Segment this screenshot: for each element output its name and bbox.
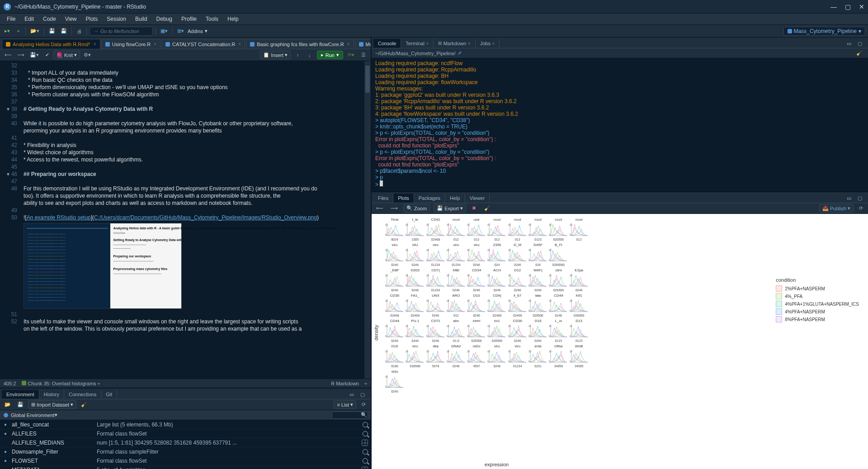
tab-history[interactable]: History <box>39 390 64 399</box>
env-row[interactable]: ●Downsample_FilterFormal class sampleFil… <box>0 447 371 456</box>
goto-file-function-input[interactable]: →Go to file/function <box>90 27 153 36</box>
plot-prev-button[interactable]: ⟵ <box>374 204 385 213</box>
addins-menu[interactable]: Addins ▾ <box>188 28 208 34</box>
close-tab-icon[interactable]: × <box>466 41 470 46</box>
env-row[interactable]: ALLFILES_MEDIANSnum [1:5, 1:61] 304295 5… <box>0 438 371 447</box>
menu-code[interactable]: Code <box>39 14 60 24</box>
clear-workspace-button[interactable]: 🧹 <box>79 400 89 409</box>
inspect-icon[interactable] <box>363 431 368 436</box>
import-dataset-button[interactable]: ⊞ Import Dataset ▾ <box>28 400 76 409</box>
tab-environment[interactable]: Environment <box>2 390 39 399</box>
list-mode-button[interactable]: ≡ List ▾ <box>334 400 356 409</box>
tab-connections[interactable]: Connections <box>64 390 101 399</box>
new-project-button[interactable]: ＋ <box>14 27 23 36</box>
chunk-up-button[interactable]: ↑ <box>293 51 302 60</box>
close-button[interactable]: ✕ <box>859 3 864 10</box>
close-tab-icon[interactable]: × <box>94 42 96 47</box>
outline-button[interactable]: ☰ <box>359 51 368 60</box>
plots-minimize-button[interactable]: ▭ <box>844 194 854 203</box>
refresh-env-button[interactable]: ⟳ <box>359 400 368 409</box>
minimize-button[interactable]: — <box>830 3 837 10</box>
tab-viewer[interactable]: Viewer <box>465 194 490 203</box>
expand-icon[interactable]: ● <box>3 467 8 469</box>
editor-tab[interactable]: CATALYST Concatenation.R× <box>161 39 245 49</box>
remove-plot-button[interactable]: ✖ <box>470 204 479 213</box>
print-button[interactable]: 🖨 <box>75 27 84 36</box>
clear-plots-button[interactable]: 🧹 <box>482 204 492 213</box>
console-body[interactable]: Loading required package: ncdfFlowLoadin… <box>372 58 868 191</box>
editor-tab[interactable]: Using flowCore.R× <box>101 39 160 49</box>
zoom-button[interactable]: 🔍 Zoom <box>403 204 430 213</box>
chunk-down-button[interactable]: ↓ <box>305 51 314 60</box>
publish-button[interactable]: 📤 Publish ▾ <box>819 204 854 213</box>
chunk-run-button[interactable]: ⟳▾ <box>346 51 356 60</box>
env-row[interactable]: ●METADATA5 obs. of 4 variables <box>0 465 371 469</box>
env-row[interactable]: ●FLOWSETFormal class flowSet <box>0 456 371 465</box>
expand-icon[interactable]: ● <box>3 458 8 463</box>
doc-mode[interactable]: R Markdown <box>331 381 359 386</box>
maximize-button[interactable]: ▢ <box>845 3 851 10</box>
refresh-plots-button[interactable]: ⟳ <box>856 204 865 213</box>
menu-edit[interactable]: Edit <box>20 14 38 24</box>
menu-build[interactable]: Build <box>131 14 151 24</box>
inspect-icon[interactable] <box>363 449 368 455</box>
menu-session[interactable]: Session <box>103 14 130 24</box>
run-button[interactable]: ▸ Run ▾ <box>317 51 343 59</box>
env-minimize-button[interactable]: ▭ <box>347 390 356 399</box>
new-file-button[interactable]: ▸▾ <box>3 27 12 36</box>
tab-files[interactable]: Files <box>373 194 393 203</box>
console-path-go-icon[interactable]: ⇗ <box>458 50 462 56</box>
spellcheck-button[interactable]: ✔ <box>42 51 52 60</box>
menu-help[interactable]: Help <box>223 14 243 24</box>
console-minimize-button[interactable]: ▭ <box>844 39 854 48</box>
editor-tab[interactable]: More complex analysis.R× <box>355 39 371 49</box>
tab-r-markdown[interactable]: R Markdown × <box>434 39 475 48</box>
save-workspace-button[interactable]: 💾 <box>15 400 25 409</box>
packages-button[interactable]: ▦▾ <box>159 27 170 36</box>
close-tab-icon[interactable]: × <box>347 42 350 47</box>
save-doc-button[interactable]: 💾▾ <box>28 51 41 60</box>
menu-view[interactable]: View <box>61 14 81 24</box>
close-tab-icon[interactable]: × <box>425 41 429 46</box>
grid-button[interactable]: ⊞▾ <box>175 27 186 36</box>
clear-console-button[interactable]: 🧹 <box>854 49 864 58</box>
view-data-icon[interactable] <box>362 440 368 446</box>
menu-tools[interactable]: Tools <box>202 14 222 24</box>
settings-button[interactable]: ⚙▾ <box>82 51 93 60</box>
knit-button[interactable]: 🧶 Knit ▾ <box>53 51 80 59</box>
tab-jobs[interactable]: Jobs × <box>476 39 500 48</box>
menu-debug[interactable]: Debug <box>152 14 176 24</box>
env-row[interactable]: ●all_files_concatLarge list (5 elements,… <box>0 420 371 429</box>
tab-packages[interactable]: Packages <box>414 194 445 203</box>
project-selector[interactable]: Mass_Cytometry_Pipeline ▾ <box>783 27 865 36</box>
tab-git[interactable]: Git <box>101 390 117 399</box>
editor-tab[interactable]: Basic graphing fcs files with flowCore.R… <box>246 39 354 49</box>
console-maximize-button[interactable]: ▢ <box>855 39 864 48</box>
load-workspace-button[interactable]: 📂 <box>3 400 13 409</box>
expand-icon[interactable]: ● <box>3 431 8 436</box>
close-tab-icon[interactable]: × <box>238 42 241 47</box>
plots-maximize-button[interactable]: ▢ <box>855 194 864 203</box>
export-button[interactable]: 💾 Export ▾ <box>434 204 466 213</box>
menu-profile[interactable]: Profile <box>177 14 201 24</box>
close-tab-icon[interactable]: × <box>154 42 156 47</box>
tab-help[interactable]: Help <box>445 194 465 203</box>
editor-scrollbar[interactable] <box>364 61 371 379</box>
save-all-button[interactable]: 💾 <box>59 27 69 36</box>
env-row[interactable]: ●ALLFILESFormal class flowSet <box>0 429 371 438</box>
back-button[interactable]: ⟵ <box>3 51 14 60</box>
save-button[interactable]: 💾 <box>47 27 57 36</box>
env-scope-selector[interactable]: Global Environment ▾ 🔍 <box>0 410 371 420</box>
close-tab-icon[interactable]: × <box>491 41 495 46</box>
tab-console[interactable]: Console <box>373 39 401 48</box>
insert-button[interactable]: 📋 Insert ▾ <box>260 51 291 59</box>
env-maximize-button[interactable]: ▢ <box>358 390 367 399</box>
inspect-icon[interactable] <box>363 422 368 427</box>
expand-icon[interactable]: ● <box>3 422 8 427</box>
open-file-button[interactable]: 📂▾ <box>28 27 41 36</box>
editor-body[interactable]: 323334353637▾ 3839404142434445▾ 46474849… <box>0 61 371 379</box>
chunk-name[interactable]: Chunk 35: Overlaid histograms <box>28 381 96 386</box>
view-data-icon[interactable] <box>362 467 368 469</box>
menu-file[interactable]: File <box>3 14 19 24</box>
menu-plots[interactable]: Plots <box>82 14 102 24</box>
